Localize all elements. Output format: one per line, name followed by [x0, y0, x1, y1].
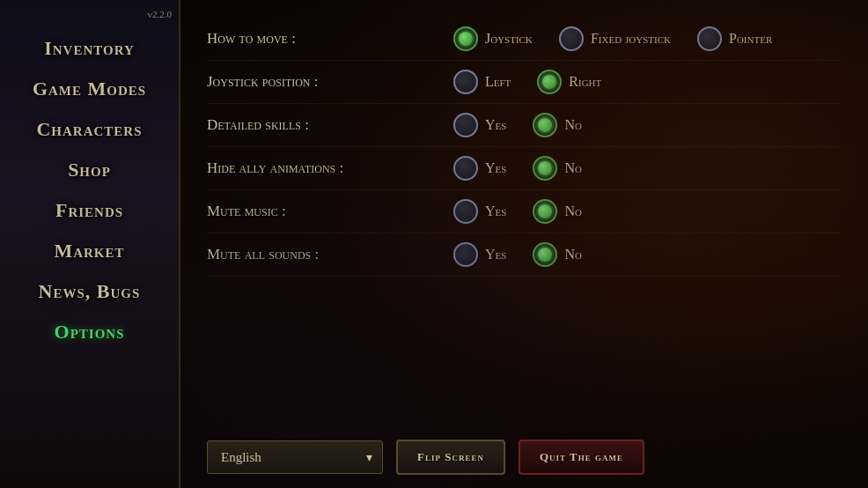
hide-ally-animations-row: Hide ally animations : Yes No [207, 147, 842, 190]
mute-music-yes-label: Yes [485, 203, 506, 219]
joystick-position-choices: Left Right [453, 70, 842, 94]
mute-music-no-label: No [564, 203, 582, 219]
joystick-right-radio[interactable] [537, 70, 562, 94]
joystick-label: Joystick [485, 31, 533, 47]
pointer-option[interactable]: Pointer [697, 26, 772, 51]
joystick-right-label: Right [569, 74, 601, 90]
mute-music-label: Mute music : [207, 203, 453, 220]
mute-music-choices: Yes No [453, 199, 842, 224]
detailed-skills-yes-option[interactable]: Yes [453, 113, 506, 137]
mute-all-yes-option[interactable]: Yes [453, 242, 506, 267]
detailed-skills-yes-label: Yes [485, 117, 506, 133]
mute-music-yes-radio[interactable] [453, 199, 478, 224]
detailed-skills-no-option[interactable]: No [533, 113, 582, 137]
pointer-label: Pointer [729, 31, 772, 47]
mute-music-row: Mute music : Yes No [207, 190, 842, 233]
hide-ally-animations-label: Hide ally animations : [207, 159, 453, 177]
sidebar-item-market[interactable]: Market [0, 231, 179, 271]
pointer-radio[interactable] [697, 26, 722, 51]
language-wrapper: English French German Spanish Portuguese… [207, 440, 383, 474]
mute-all-sounds-label: Mute all sounds : [207, 246, 453, 263]
fixed-joystick-option[interactable]: Fixed joystick [559, 26, 671, 51]
version-label: v2.2.0 [148, 9, 180, 19]
hide-ally-yes-label: Yes [485, 160, 506, 176]
hide-ally-no-radio[interactable] [533, 156, 557, 181]
detailed-skills-no-label: No [564, 117, 582, 133]
joystick-left-label: Left [485, 74, 511, 90]
sidebar-item-shop[interactable]: Shop [0, 150, 179, 190]
mute-all-yes-radio[interactable] [453, 242, 478, 267]
joystick-left-option[interactable]: Left [453, 70, 511, 94]
sidebar-item-friends[interactable]: Friends [0, 190, 179, 231]
mute-all-no-option[interactable]: No [533, 242, 582, 267]
hide-ally-yes-option[interactable]: Yes [453, 156, 506, 181]
mute-all-sounds-row: Mute all sounds : Yes No [207, 233, 842, 277]
fixed-joystick-radio[interactable] [559, 26, 584, 51]
joystick-right-option[interactable]: Right [537, 70, 601, 94]
sidebar-item-options[interactable]: Options [0, 312, 179, 352]
fixed-joystick-label: Fixed joystick [591, 31, 671, 47]
joystick-left-radio[interactable] [453, 70, 478, 94]
joystick-position-row: Joystick position : Left Right [207, 61, 842, 104]
options-panel: How to move : Joystick Fixed joystick Po… [180, 0, 868, 488]
hide-ally-yes-radio[interactable] [453, 156, 478, 181]
joystick-option[interactable]: Joystick [453, 26, 533, 51]
mute-music-no-option[interactable]: No [533, 199, 582, 224]
detailed-skills-row: Detailed skills : Yes No [207, 104, 842, 147]
joystick-position-label: Joystick position : [207, 73, 453, 91]
mute-all-no-radio[interactable] [533, 242, 557, 267]
quit-game-button[interactable]: Quit The game [519, 440, 644, 475]
language-select[interactable]: English French German Spanish Portuguese… [207, 440, 383, 474]
mute-all-yes-label: Yes [485, 247, 506, 262]
hide-ally-no-label: No [564, 160, 582, 176]
how-to-move-choices: Joystick Fixed joystick Pointer [453, 26, 842, 51]
detailed-skills-no-radio[interactable] [533, 113, 557, 137]
joystick-radio[interactable] [453, 26, 478, 51]
detailed-skills-choices: Yes No [453, 113, 842, 137]
how-to-move-label: How to move : [207, 30, 453, 48]
mute-music-no-radio[interactable] [533, 199, 557, 224]
how-to-move-row: How to move : Joystick Fixed joystick Po… [207, 18, 842, 61]
sidebar-item-game-modes[interactable]: Game Modes [0, 69, 179, 109]
hide-ally-no-option[interactable]: No [533, 156, 582, 181]
sidebar-item-inventory[interactable]: Inventory [0, 28, 179, 69]
mute-all-sounds-choices: Yes No [453, 242, 842, 267]
detailed-skills-label: Detailed skills : [207, 116, 453, 134]
mute-music-yes-option[interactable]: Yes [453, 199, 506, 224]
detailed-skills-yes-radio[interactable] [453, 113, 478, 137]
bottom-bar: English French German Spanish Portuguese… [207, 429, 842, 475]
sidebar: v2.2.0 Inventory Game Modes Characters S… [0, 0, 180, 488]
hide-ally-animations-choices: Yes No [453, 156, 842, 181]
sidebar-item-characters[interactable]: Characters [0, 109, 179, 150]
mute-all-no-label: No [564, 247, 582, 262]
flip-screen-button[interactable]: Flip Screen [396, 440, 505, 475]
sidebar-item-news-bugs[interactable]: News, Bugs [0, 271, 179, 312]
